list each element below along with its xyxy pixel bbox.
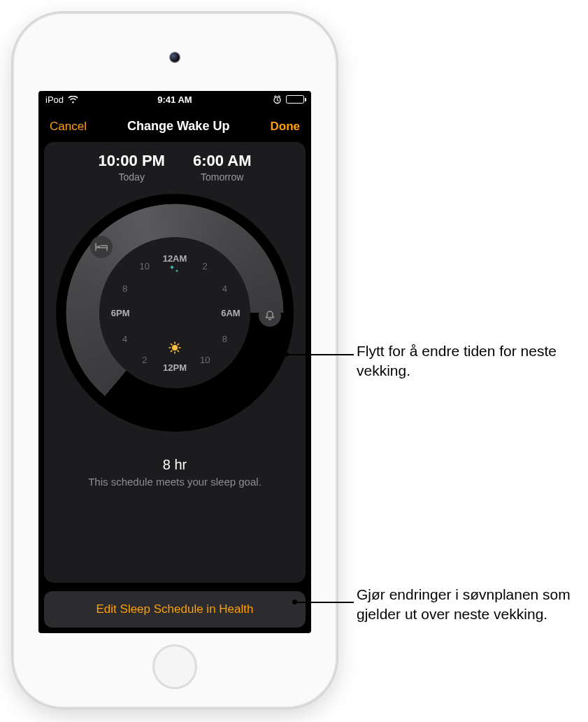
hour-12am: 12AM <box>163 253 187 264</box>
callout-edit-schedule: Gjør endringer i søvnplanen som gjelder … <box>357 585 573 625</box>
bedtime-value: 10:00 PM <box>99 152 165 170</box>
wifi-icon <box>68 96 78 104</box>
sleep-dial[interactable]: 12AM 2 4 6AM 8 10 12PM 2 4 6PM 8 10 <box>56 194 294 432</box>
stars-icon <box>168 264 181 279</box>
svg-point-1 <box>172 345 178 351</box>
hour-10: 10 <box>200 354 210 364</box>
wakeup-value: 6:00 AM <box>193 152 252 170</box>
home-button[interactable] <box>152 644 197 689</box>
sun-icon <box>168 341 182 358</box>
edit-sleep-schedule-button[interactable]: Edit Sleep Schedule in Health <box>44 591 306 628</box>
hour-6am: 6AM <box>221 308 240 318</box>
bell-icon <box>264 310 275 321</box>
navigation-bar: Cancel Change Wake Up Done <box>44 112 306 142</box>
callout-wakeup-handle: Flytt for å endre tiden for neste vekkin… <box>357 341 573 381</box>
status-time: 9:41 AM <box>157 94 192 105</box>
hour-4: 4 <box>222 283 227 294</box>
battery-icon <box>286 95 304 104</box>
alarm-status-icon <box>273 95 282 104</box>
callout-leader-2 <box>295 602 354 603</box>
screen: iPod 9:41 AM Cancel Change Wake Up Done <box>38 91 311 633</box>
hour-14: 2 <box>142 354 147 364</box>
wakeup-day: Tomorrow <box>193 171 252 183</box>
sleep-goal-summary: 8 hr This schedule meets your sleep goal… <box>88 457 261 488</box>
hour-2: 2 <box>203 261 208 271</box>
sleep-duration: 8 hr <box>88 457 261 473</box>
callout-leader-1 <box>287 354 354 355</box>
hour-16: 4 <box>122 333 127 344</box>
done-button[interactable]: Done <box>271 120 301 134</box>
carrier-label: iPod <box>45 94 64 105</box>
hour-12pm: 12PM <box>163 362 187 372</box>
schedule-card: 10:00 PM Today 6:00 AM Tomorrow <box>44 142 306 583</box>
hour-20: 8 <box>122 283 127 294</box>
bed-icon <box>95 243 108 251</box>
sleep-goal-message: This schedule meets your sleep goal. <box>88 476 261 488</box>
wakeup-block: 6:00 AM Tomorrow <box>193 152 252 183</box>
wakeup-handle[interactable] <box>259 304 281 327</box>
front-camera <box>170 52 180 62</box>
hour-22: 10 <box>140 261 150 271</box>
cancel-button[interactable]: Cancel <box>50 120 87 134</box>
bedtime-block: 10:00 PM Today <box>99 152 165 183</box>
hour-6pm: 6PM <box>111 308 130 318</box>
status-bar: iPod 9:41 AM <box>38 91 311 108</box>
hour-8: 8 <box>222 333 227 344</box>
page-title: Change Wake Up <box>127 119 229 134</box>
bedtime-handle[interactable] <box>90 236 113 258</box>
ipod-device-frame: iPod 9:41 AM Cancel Change Wake Up Done <box>14 14 336 707</box>
bedtime-day: Today <box>99 171 165 183</box>
dial-face: 12AM 2 4 6AM 8 10 12PM 2 4 6PM 8 10 <box>99 237 250 388</box>
